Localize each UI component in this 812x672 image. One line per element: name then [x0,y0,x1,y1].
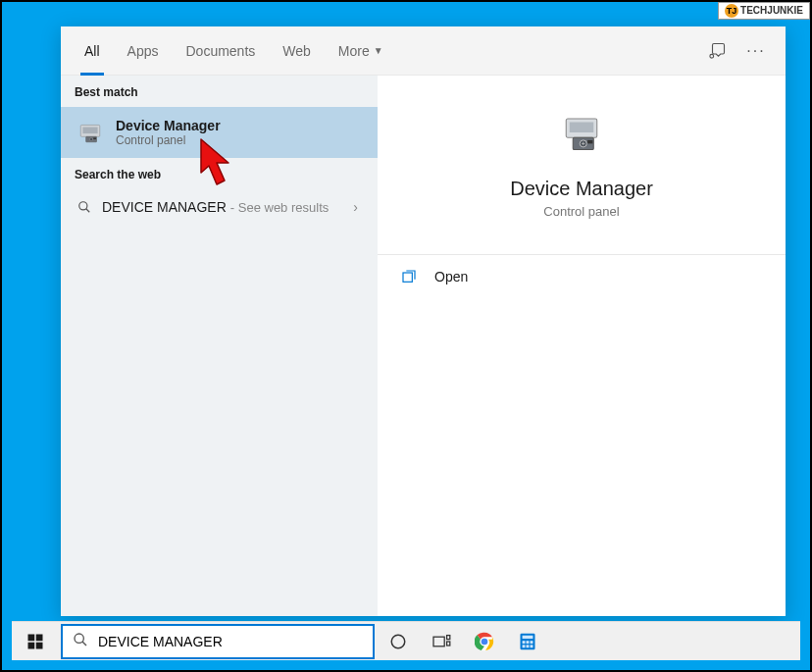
chrome-taskbar-button[interactable] [463,622,506,661]
search-icon [75,200,94,214]
svg-rect-16 [28,634,35,641]
task-view-icon [431,634,451,649]
svg-point-0 [710,54,714,58]
ellipsis-icon: ··· [746,42,765,60]
search-icon [73,632,88,651]
svg-rect-34 [523,645,526,647]
svg-rect-25 [447,642,450,646]
svg-rect-35 [527,645,530,647]
tabs-row: All Apps Documents Web More▼ ··· [61,26,786,76]
svg-line-21 [82,642,86,646]
tab-more-label: More [338,43,370,59]
chrome-icon [475,632,494,651]
start-button[interactable] [12,622,59,661]
open-action[interactable]: Open [378,255,786,298]
tab-more[interactable]: More▼ [325,26,397,75]
svg-rect-36 [531,645,533,647]
svg-rect-30 [523,635,533,638]
tab-all[interactable]: All [71,26,114,75]
calculator-icon [518,632,537,651]
tab-documents[interactable]: Documents [172,26,269,75]
device-manager-icon-large [554,105,609,160]
svg-rect-19 [36,642,43,648]
start-search-panel: All Apps Documents Web More▼ ··· Best ma… [61,26,786,616]
svg-point-28 [482,638,488,645]
svg-rect-15 [403,273,412,282]
web-result-query: DEVICE MANAGER [102,199,227,215]
taskbar-search-box[interactable] [61,624,375,659]
taskbar-search-input[interactable] [98,634,363,649]
options-button[interactable]: ··· [736,31,776,71]
best-match-subtitle: Control panel [116,133,221,147]
svg-rect-33 [531,641,533,644]
chevron-right-icon: › [353,199,364,215]
svg-rect-5 [93,137,96,139]
taskbar [12,621,800,660]
svg-rect-31 [523,641,526,644]
svg-line-7 [86,209,90,213]
caret-down-icon: ▼ [374,45,383,56]
device-manager-icon [75,117,106,148]
open-icon [401,269,421,284]
windows-icon [26,633,44,650]
svg-point-20 [75,634,83,643]
best-match-header: Best match [61,76,378,107]
svg-point-22 [391,635,405,648]
web-result-suffix: - See web results [230,200,329,215]
watermark-logo: TJ [725,4,738,18]
preview-title: Device Manager [510,178,653,200]
feedback-button[interactable] [697,31,736,71]
tab-web[interactable]: Web [269,26,325,75]
svg-rect-23 [433,637,444,646]
feedback-icon [708,42,726,60]
calculator-taskbar-button[interactable] [506,622,549,661]
svg-rect-24 [447,635,450,639]
svg-rect-2 [82,128,97,134]
cortana-button[interactable] [377,622,420,661]
preview-header: Device Manager Control panel [378,105,786,242]
tab-apps[interactable]: Apps [114,26,173,75]
svg-rect-9 [570,123,594,133]
results-column: Best match Device Manager Control panel [61,76,378,616]
open-label: Open [434,269,468,284]
content-row: Best match Device Manager Control panel [61,76,786,616]
preview-subtitle: Control panel [543,204,619,219]
watermark-text: TECHJUNKIE [740,5,803,16]
best-match-title: Device Manager [116,118,221,133]
svg-point-4 [89,137,92,140]
svg-rect-32 [527,641,530,644]
svg-point-6 [79,202,87,210]
watermark: TJTECHJUNKIE [718,2,810,20]
svg-rect-12 [587,140,592,144]
svg-rect-18 [28,642,35,648]
cortana-icon [389,633,407,650]
task-view-button[interactable] [420,622,463,661]
best-match-device-manager[interactable]: Device Manager Control panel [61,107,378,158]
web-result-item[interactable]: DEVICE MANAGER - See web results › [61,189,378,225]
svg-rect-17 [36,634,43,641]
search-web-header: Search the web [61,158,378,189]
preview-column: Device Manager Control panel Open [378,76,786,616]
